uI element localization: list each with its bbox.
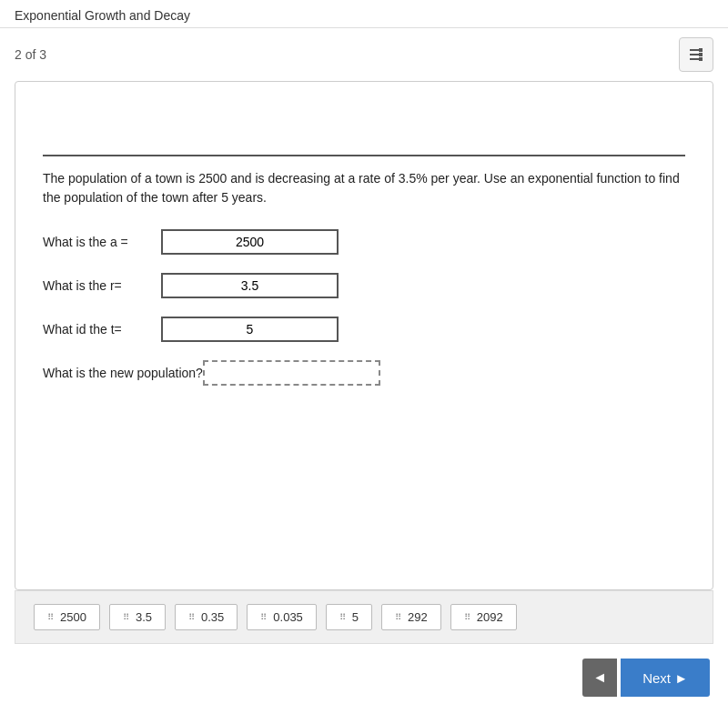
svg-rect-5 bbox=[699, 57, 703, 61]
next-label: Next ► bbox=[642, 670, 688, 686]
field-label-field-pop: What is the new population? bbox=[43, 366, 203, 380]
tile-drag-handle: ⠿ bbox=[47, 612, 55, 622]
tile-drag-handle: ⠿ bbox=[188, 612, 196, 622]
tile-value: 3.5 bbox=[136, 610, 152, 624]
fields-container: What is the a =What is the r=What id the… bbox=[43, 229, 685, 386]
tile-drag-handle: ⠿ bbox=[464, 612, 471, 622]
svg-rect-4 bbox=[699, 53, 703, 56]
field-label-field-r: What is the r= bbox=[43, 278, 161, 293]
field-row: What is the r= bbox=[43, 273, 685, 298]
tile-drag-handle: ⠿ bbox=[260, 612, 268, 622]
tile-drag-handle: ⠿ bbox=[123, 612, 130, 622]
field-row: What id the t= bbox=[43, 317, 685, 342]
svg-rect-3 bbox=[699, 48, 703, 52]
answer-tile-tile-2092[interactable]: ⠿2092 bbox=[450, 604, 517, 630]
page-header: Exponential Growth and Decay bbox=[0, 0, 728, 28]
tile-value: 0.35 bbox=[201, 610, 224, 624]
field-a[interactable] bbox=[161, 229, 339, 255]
field-label-field-t: What id the t= bbox=[43, 322, 161, 337]
tile-drag-handle: ⠿ bbox=[395, 612, 402, 622]
field-r[interactable] bbox=[161, 273, 339, 298]
back-icon: ◄ bbox=[592, 669, 607, 686]
field-row: What is the a = bbox=[43, 229, 685, 255]
field-row: What is the new population? bbox=[43, 360, 685, 386]
top-bar: 2 of 3 bbox=[0, 28, 728, 81]
tiles-container: ⠿2500⠿3.5⠿0.35⠿0.035⠿5⠿292⠿2092 bbox=[34, 604, 517, 630]
answer-tiles-bar: ⠿2500⠿3.5⠿0.35⠿0.035⠿5⠿292⠿2092 bbox=[15, 590, 713, 644]
bottom-nav: ◄ Next ► bbox=[0, 644, 728, 711]
field-label-field-a: What is the a = bbox=[43, 235, 161, 249]
tile-value: 5 bbox=[352, 610, 359, 624]
tile-value: 0.035 bbox=[273, 610, 303, 624]
answer-tile-tile-0.035[interactable]: ⠿0.035 bbox=[247, 604, 317, 630]
question-card: The population of a town is 2500 and is … bbox=[15, 81, 713, 590]
question-text: The population of a town is 2500 and is … bbox=[43, 155, 685, 207]
menu-button[interactable] bbox=[679, 37, 713, 72]
back-button[interactable]: ◄ bbox=[582, 659, 617, 697]
tile-drag-handle: ⠿ bbox=[339, 612, 347, 622]
answer-tile-tile-292[interactable]: ⠿292 bbox=[381, 604, 441, 630]
answer-tile-tile-3.5[interactable]: ⠿3.5 bbox=[109, 604, 166, 630]
answer-tile-tile-5[interactable]: ⠿5 bbox=[326, 604, 372, 630]
next-button[interactable]: Next ► bbox=[621, 659, 710, 697]
tile-value: 2092 bbox=[477, 610, 503, 624]
field-t[interactable] bbox=[161, 317, 339, 342]
list-icon bbox=[687, 45, 705, 64]
answer-tile-tile-2500[interactable]: ⠿2500 bbox=[34, 604, 100, 630]
progress-indicator: 2 of 3 bbox=[15, 47, 46, 62]
page-title: Exponential Growth and Decay bbox=[15, 8, 190, 23]
answer-tile-tile-0.35[interactable]: ⠿0.35 bbox=[175, 604, 238, 630]
field-pop[interactable] bbox=[203, 360, 380, 386]
tile-value: 2500 bbox=[60, 610, 86, 624]
tile-value: 292 bbox=[408, 610, 428, 624]
